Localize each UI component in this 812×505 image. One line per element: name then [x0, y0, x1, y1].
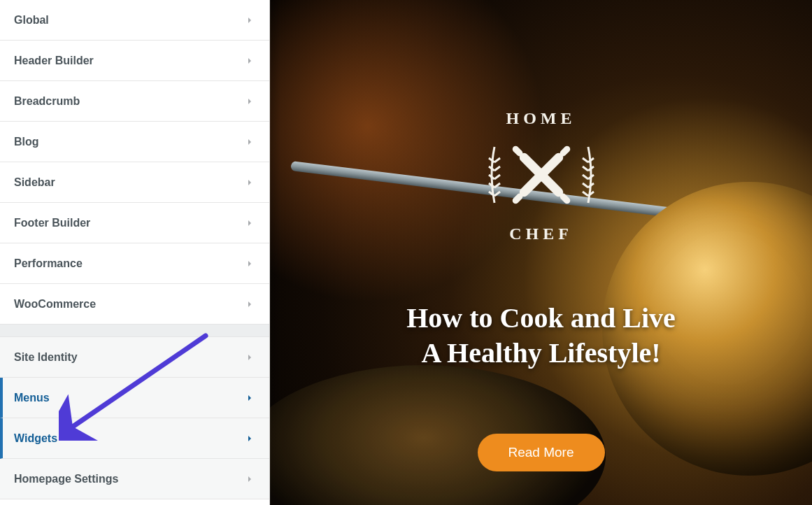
hero-heading-line2: A Healthy Lifestyle!	[284, 336, 798, 371]
site-logo: HOME	[464, 105, 618, 248]
chevron-right-icon	[244, 136, 255, 148]
chevron-right-icon	[244, 55, 255, 66]
panel-widgets[interactable]: Widgets	[0, 418, 269, 459]
panel-label: Performance	[14, 257, 83, 270]
chevron-right-icon	[244, 96, 255, 107]
chevron-right-icon	[244, 218, 255, 229]
svg-rect-6	[560, 146, 569, 156]
panel-label: Global	[14, 14, 49, 27]
panel-label: Footer Builder	[14, 217, 90, 229]
logo-text-bottom: CHEF	[464, 225, 618, 243]
panel-sidebar[interactable]: Sidebar	[0, 162, 269, 203]
panel-global[interactable]: Global	[0, 0, 269, 41]
chevron-right-icon	[244, 433, 255, 444]
logo-text-top: HOME	[464, 109, 618, 128]
panel-label: Sidebar	[14, 176, 55, 189]
panel-label: Header Builder	[14, 55, 94, 67]
customizer-sidebar: Global Header Builder Breadcrumb Blog Si…	[0, 0, 270, 505]
svg-rect-3	[560, 194, 569, 204]
panel-footer-builder[interactable]: Footer Builder	[0, 203, 269, 243]
hero-heading-line1: How to Cook and Live	[284, 301, 798, 336]
chevron-right-icon	[244, 15, 255, 26]
panel-woocommerce[interactable]: WooCommerce	[0, 284, 269, 325]
panel-label: Blog	[14, 136, 39, 148]
panel-performance[interactable]: Performance	[0, 243, 269, 284]
chevron-right-icon	[244, 392, 255, 404]
svg-rect-2	[512, 146, 522, 156]
site-preview: HOME	[270, 0, 812, 505]
panel-label: Breadcrumb	[14, 95, 80, 108]
section-divider	[0, 325, 269, 337]
hero-heading: How to Cook and Live A Healthy Lifestyle…	[270, 301, 812, 371]
panel-menus[interactable]: Menus	[0, 378, 269, 418]
panel-label: WooCommerce	[14, 298, 96, 311]
read-more-button[interactable]: Read More	[478, 434, 605, 471]
logo-emblem-icon	[482, 129, 601, 220]
svg-rect-5	[512, 194, 522, 204]
chevron-right-icon	[244, 177, 255, 188]
chevron-right-icon	[244, 258, 255, 269]
panel-label: Homepage Settings	[14, 473, 118, 485]
panel-label: Widgets	[14, 432, 57, 445]
panel-site-identity[interactable]: Site Identity	[0, 337, 269, 378]
panel-label: Site Identity	[14, 351, 78, 364]
chevron-right-icon	[244, 352, 255, 363]
chevron-right-icon	[244, 299, 255, 310]
panel-label: Menus	[14, 392, 50, 404]
panel-blog[interactable]: Blog	[0, 122, 269, 162]
panel-header-builder[interactable]: Header Builder	[0, 41, 269, 81]
panel-homepage-settings[interactable]: Homepage Settings	[0, 459, 269, 499]
chevron-right-icon	[244, 474, 255, 485]
panel-breadcrumb[interactable]: Breadcrumb	[0, 81, 269, 122]
